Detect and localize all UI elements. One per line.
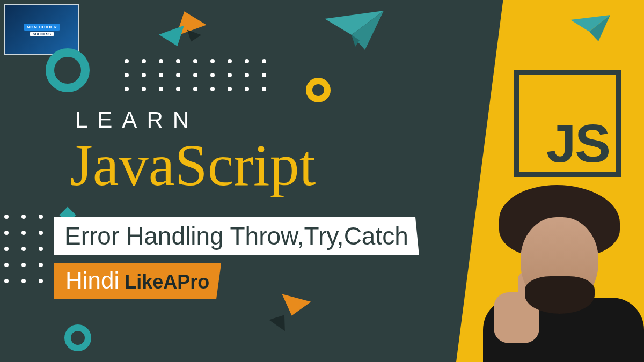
overline-text: LEARN bbox=[75, 107, 199, 133]
triangle-cluster-icon bbox=[266, 298, 314, 335]
triangle-cluster-icon bbox=[161, 11, 215, 54]
dot-grid-icon bbox=[4, 215, 43, 283]
paper-plane-icon bbox=[322, 8, 386, 54]
presenter-photo bbox=[462, 185, 644, 362]
topic-banner: Error Handling Throw,Try,Catch bbox=[54, 217, 419, 255]
logo-badge-text: NON COIDER bbox=[24, 24, 60, 31]
channel-logo: NON COIDER SUCCESS bbox=[4, 4, 79, 55]
ring-icon bbox=[64, 324, 91, 351]
paper-plane-icon bbox=[569, 13, 612, 43]
logo-sub-text: SUCCESS bbox=[30, 32, 54, 36]
channel-logo-inner: NON COIDER SUCCESS bbox=[24, 24, 60, 36]
presenter-beard bbox=[525, 276, 595, 314]
js-logo-text: JS bbox=[546, 119, 610, 167]
language-name: Hindi bbox=[65, 267, 119, 294]
main-title: JavaScript bbox=[70, 131, 316, 200]
language-badge: Hindi LikeAPro bbox=[54, 263, 221, 299]
dot-grid-icon bbox=[125, 59, 266, 91]
ring-icon bbox=[46, 48, 90, 92]
ring-icon bbox=[306, 78, 331, 102]
language-tagline: LikeAPro bbox=[125, 271, 209, 293]
js-logo: JS bbox=[514, 70, 621, 177]
thumbnail-canvas: NON COIDER SUCCESS bbox=[0, 0, 644, 362]
